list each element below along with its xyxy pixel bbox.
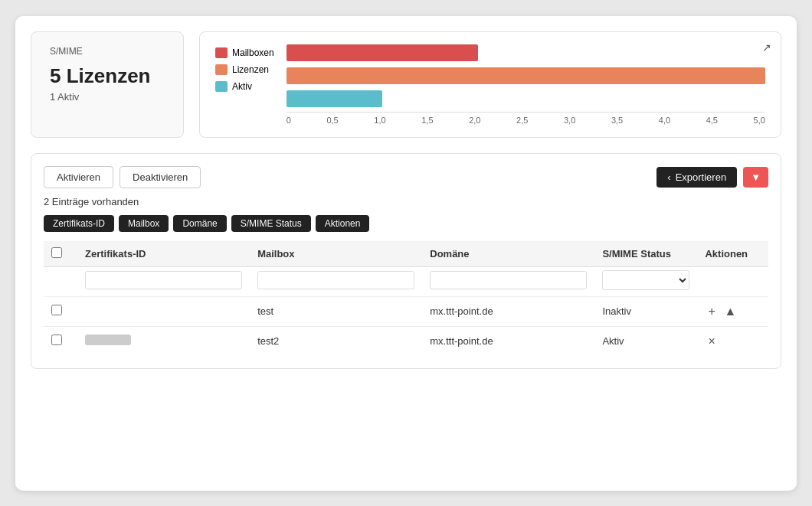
filter-status-select[interactable]: Aktiv Inaktiv (602, 270, 689, 290)
legend-lizenzen: Lizenzen (215, 64, 274, 75)
bottom-section: Aktivieren Deaktivieren ‹ Exportieren ▼ … (31, 153, 781, 369)
bar-mailboxen (286, 44, 765, 61)
filter-aktionen-cell (697, 266, 768, 296)
filter-zertifikats-id-input[interactable] (85, 271, 242, 289)
filter-icon: ▼ (751, 171, 761, 183)
bars-container (286, 44, 765, 107)
filter-checkbox-cell (44, 266, 77, 296)
data-table: Zertifikats-ID Mailbox Domäne S/MIME Sta… (44, 241, 768, 356)
table-row: test2 mx.ttt-point.de Aktiv × (44, 326, 768, 356)
x-axis: 0 0,5 1,0 1,5 2,0 2,5 3,0 3,5 4,0 4,5 5,… (286, 112, 765, 125)
row1-checkbox-cell (44, 296, 77, 326)
row2-actions-cell: × (697, 326, 768, 356)
row2-domain-cell: mx.ttt-point.de (422, 326, 594, 356)
row2-checkbox[interactable] (51, 335, 62, 345)
row2-close-button[interactable]: × (705, 333, 718, 350)
chip-domain[interactable]: Domäne (173, 215, 226, 232)
chart-legend: Mailboxen Lizenzen Aktiv (215, 44, 274, 92)
row1-mailbox-cell: test (250, 296, 422, 326)
row1-checkbox[interactable] (51, 305, 62, 315)
app-title: S/MIME (50, 46, 165, 57)
toolbar-right: ‹ Exportieren ▼ (656, 167, 768, 188)
filter-button[interactable]: ▼ (743, 167, 768, 188)
row1-upload-button[interactable]: ▲ (721, 303, 739, 320)
bar-fill-lizenzen (286, 67, 765, 84)
table-row: test mx.ttt-point.de Inaktiv + ▲ (44, 296, 768, 326)
filter-domain-input[interactable] (430, 271, 587, 289)
filter-row: Aktiv Inaktiv (44, 266, 768, 296)
th-smime-status: S/MIME Status (594, 241, 697, 267)
legend-color-mailboxen (215, 47, 228, 58)
th-aktionen: Aktionen (697, 241, 768, 267)
chip-smime-status[interactable]: S/MIME Status (231, 215, 311, 232)
filter-zertifikats-id-cell (77, 266, 250, 296)
main-container: S/MIME 5 Lizenzen 1 Aktiv ↗ Mailboxen Li… (15, 16, 797, 491)
licenses-count: 5 Lizenzen (50, 64, 165, 88)
toolbar: Aktivieren Deaktivieren ‹ Exportieren ▼ (44, 166, 768, 188)
chip-zertifikats-id[interactable]: Zertifikats-ID (44, 215, 114, 232)
row2-checkbox-cell (44, 326, 77, 356)
chart-area: Mailboxen Lizenzen Aktiv (215, 44, 765, 125)
bar-lizenzen (286, 67, 765, 84)
table-header-row: Zertifikats-ID Mailbox Domäne S/MIME Sta… (44, 241, 768, 267)
filter-chips: Zertifikats-ID Mailbox Domäne S/MIME Sta… (44, 215, 768, 232)
row1-domain-cell: mx.ttt-point.de (422, 296, 594, 326)
legend-label-mailboxen: Mailboxen (232, 47, 274, 58)
chart-card: ↗ Mailboxen Lizenzen Aktiv (199, 31, 781, 138)
filter-mailbox-input[interactable] (257, 271, 414, 289)
row2-id-cell (77, 326, 250, 356)
active-count: 1 Aktiv (50, 91, 165, 103)
bar-chart: 0 0,5 1,0 1,5 2,0 2,5 3,0 3,5 4,0 4,5 5,… (286, 44, 765, 125)
legend-label-lizenzen: Lizenzen (232, 64, 269, 75)
th-checkbox (44, 241, 77, 267)
export-button[interactable]: ‹ Exportieren (656, 167, 737, 188)
bar-fill-mailboxen (286, 44, 478, 61)
filter-status-cell: Aktiv Inaktiv (594, 266, 697, 296)
toolbar-left: Aktivieren Deaktivieren (44, 166, 201, 188)
entries-text: 2 Einträge vorhanden (44, 196, 768, 207)
deactivate-button[interactable]: Deaktivieren (120, 166, 201, 188)
chip-mailbox[interactable]: Mailbox (119, 215, 169, 232)
cert-id-blurred (85, 335, 131, 345)
row1-status-cell: Inaktiv (594, 296, 697, 326)
bar-aktiv (286, 90, 765, 107)
row2-mailbox-cell: test2 (250, 326, 422, 356)
chevron-left-icon: ‹ (667, 171, 670, 183)
legend-aktiv: Aktiv (215, 81, 274, 92)
chip-aktionen[interactable]: Aktionen (316, 215, 370, 232)
filter-domain-cell (422, 266, 594, 296)
top-section: S/MIME 5 Lizenzen 1 Aktiv ↗ Mailboxen Li… (31, 31, 781, 138)
legend-label-aktiv: Aktiv (232, 81, 252, 92)
activate-button[interactable]: Aktivieren (44, 166, 113, 188)
th-zertifikats-id: Zertifikats-ID (77, 241, 250, 267)
filter-mailbox-cell (250, 266, 422, 296)
row1-actions-cell: + ▲ (697, 296, 768, 326)
row2-status-cell: Aktiv (594, 326, 697, 356)
row1-id-cell (77, 296, 250, 326)
th-mailbox: Mailbox (250, 241, 422, 267)
legend-mailboxen: Mailboxen (215, 47, 274, 58)
external-link-icon[interactable]: ↗ (762, 41, 771, 54)
info-card: S/MIME 5 Lizenzen 1 Aktiv (31, 31, 184, 138)
export-label: Exportieren (676, 171, 726, 183)
legend-color-aktiv (215, 81, 228, 92)
th-domain: Domäne (422, 241, 594, 267)
legend-color-lizenzen (215, 64, 228, 75)
row1-add-button[interactable]: + (705, 303, 718, 320)
select-all-checkbox[interactable] (51, 247, 62, 258)
bar-fill-aktiv (286, 90, 382, 107)
